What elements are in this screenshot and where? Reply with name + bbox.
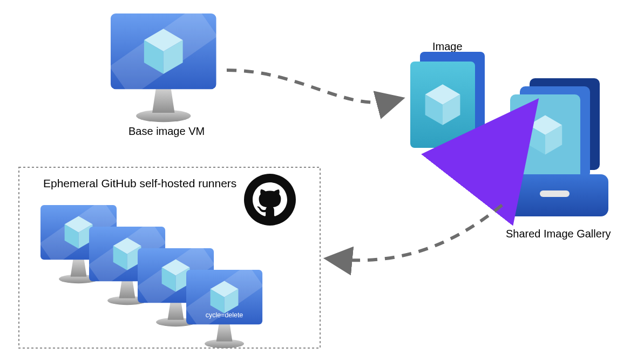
svg-point-13 [244,174,296,226]
vm-cycle-tag: cycle=delete [206,311,243,319]
shared-image-gallery-icon [500,78,608,216]
github-octocat-icon [244,174,296,226]
arrow-gallery-to-runners [332,205,502,260]
disk-image-icon [410,52,485,148]
diagram-canvas: cycle=delete [0,0,644,361]
base-image-vm-icon [111,13,216,122]
svg-rect-12 [540,190,570,197]
runner-vm-4: cycle=delete [186,270,262,348]
arrow-base-to-image [227,70,397,103]
